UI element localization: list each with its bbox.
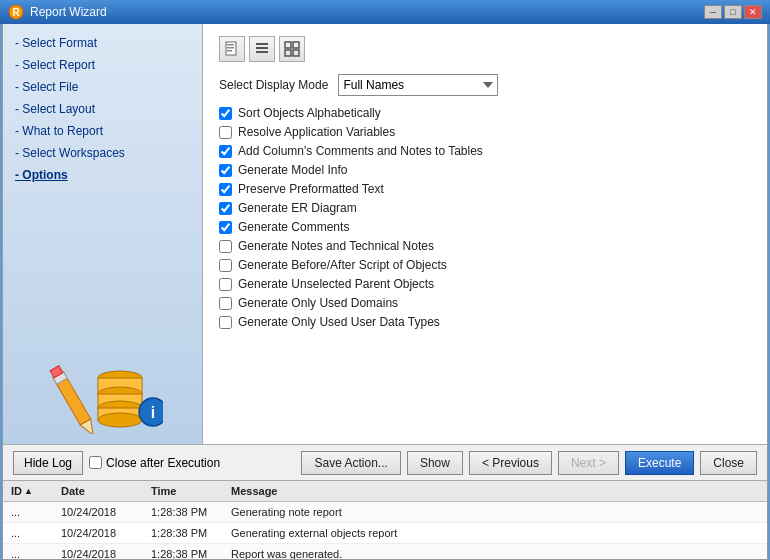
checkbox-label-add-columns-comments: Add Column's Comments and Notes to Table… — [238, 144, 483, 158]
sidebar-item-select-format[interactable]: - Select Format — [11, 34, 194, 52]
svg-rect-18 — [227, 50, 232, 52]
checkbox-row-generate-comments: Generate Comments — [219, 220, 751, 234]
svg-text:R: R — [12, 7, 20, 18]
log-cell-date: 10/24/2018 — [57, 525, 147, 541]
toolbar-btn-1[interactable] — [219, 36, 245, 62]
log-cell-date: 10/24/2018 — [57, 546, 147, 560]
log-cell-date: 10/24/2018 — [57, 504, 147, 520]
checkbox-row-sort-objects: Sort Objects Alphabetically — [219, 106, 751, 120]
svg-rect-25 — [293, 50, 299, 56]
content-area: Select Display Mode Full Names Short Nam… — [203, 24, 767, 444]
svg-rect-17 — [227, 47, 234, 49]
log-header: ID ▲ Date Time Message — [3, 481, 767, 502]
sidebar-image: i — [3, 324, 202, 444]
display-mode-row: Select Display Mode Full Names Short Nam… — [219, 74, 751, 96]
checkbox-label-generate-notes: Generate Notes and Technical Notes — [238, 239, 434, 253]
log-row: ...10/24/20181:28:38 PMGenerating extern… — [3, 523, 767, 544]
toolbar-btn-3[interactable] — [279, 36, 305, 62]
checkbox-label-generate-comments: Generate Comments — [238, 220, 349, 234]
checkbox-generate-only-used-domains[interactable] — [219, 297, 232, 310]
sort-arrow-id: ▲ — [24, 486, 33, 496]
next-button[interactable]: Next > — [558, 451, 619, 475]
checkbox-label-sort-objects: Sort Objects Alphabetically — [238, 106, 381, 120]
execute-button[interactable]: Execute — [625, 451, 694, 475]
svg-rect-19 — [256, 43, 268, 45]
log-area: ID ▲ Date Time Message ...10/24/20181:28… — [2, 480, 768, 560]
checkbox-label-generate-er-diagram: Generate ER Diagram — [238, 201, 357, 215]
log-row: ...10/24/20181:28:38 PMReport was genera… — [3, 544, 767, 560]
checkbox-sort-objects[interactable] — [219, 107, 232, 120]
svg-rect-20 — [256, 47, 268, 49]
checkbox-add-columns-comments[interactable] — [219, 145, 232, 158]
log-cell-message: Report was generated. — [227, 546, 763, 560]
window-controls: ─ □ ✕ — [704, 5, 762, 19]
checkbox-preserve-preformatted[interactable] — [219, 183, 232, 196]
sidebar-item-what-to-report[interactable]: - What to Report — [11, 122, 194, 140]
sidebar-item-select-workspaces[interactable]: - Select Workspaces — [11, 144, 194, 162]
log-cell-message: Generating note report — [227, 504, 763, 520]
maximize-button[interactable]: □ — [724, 5, 742, 19]
close-after-label: Close after Execution — [106, 456, 220, 470]
sidebar-item-select-layout[interactable]: - Select Layout — [11, 100, 194, 118]
save-action-button[interactable]: Save Action... — [301, 451, 400, 475]
log-row: ...10/24/20181:28:38 PMGenerating note r… — [3, 502, 767, 523]
sidebar-item-options[interactable]: - Options — [11, 166, 194, 184]
checkbox-generate-comments[interactable] — [219, 221, 232, 234]
log-cell-time: 1:28:38 PM — [147, 546, 227, 560]
log-header-id: ID ▲ — [7, 483, 57, 499]
list-icon — [254, 41, 270, 57]
close-after-checkbox[interactable] — [89, 456, 102, 469]
toolbar — [219, 36, 751, 62]
checkbox-row-generate-er-diagram: Generate ER Diagram — [219, 201, 751, 215]
previous-button[interactable]: < Previous — [469, 451, 552, 475]
checkbox-generate-only-used-udts[interactable] — [219, 316, 232, 329]
window-title: Report Wizard — [30, 5, 107, 19]
log-header-date: Date — [57, 483, 147, 499]
log-cell-id: ... — [7, 546, 57, 560]
close-after-row: Close after Execution — [89, 456, 220, 470]
wizard-svg: i — [43, 334, 163, 434]
checkbox-generate-model-info[interactable] — [219, 164, 232, 177]
checkbox-generate-unselected-parent[interactable] — [219, 278, 232, 291]
checkbox-generate-before-after[interactable] — [219, 259, 232, 272]
app-icon: R — [8, 4, 24, 20]
svg-rect-23 — [293, 42, 299, 48]
log-header-time: Time — [147, 483, 227, 499]
log-cell-time: 1:28:38 PM — [147, 525, 227, 541]
checkbox-label-resolve-app-vars: Resolve Application Variables — [238, 125, 395, 139]
checkbox-row-generate-only-used-domains: Generate Only Used Domains — [219, 296, 751, 310]
svg-rect-21 — [256, 51, 268, 53]
checkbox-label-generate-only-used-domains: Generate Only Used Domains — [238, 296, 398, 310]
checkbox-row-generate-only-used-udts: Generate Only Used User Data Types — [219, 315, 751, 329]
toolbar-btn-2[interactable] — [249, 36, 275, 62]
minimize-button[interactable]: ─ — [704, 5, 722, 19]
log-cell-time: 1:28:38 PM — [147, 504, 227, 520]
close-button[interactable]: Close — [700, 451, 757, 475]
checkbox-label-generate-before-after: Generate Before/After Script of Objects — [238, 258, 447, 272]
log-cell-message: Generating external objects report — [227, 525, 763, 541]
checkbox-row-resolve-app-vars: Resolve Application Variables — [219, 125, 751, 139]
svg-point-12 — [98, 413, 142, 427]
title-bar: R Report Wizard ─ □ ✕ — [0, 0, 770, 24]
checkbox-resolve-app-vars[interactable] — [219, 126, 232, 139]
show-button[interactable]: Show — [407, 451, 463, 475]
svg-rect-24 — [285, 50, 291, 56]
svg-text:i: i — [150, 404, 154, 421]
sidebar-item-select-file[interactable]: - Select File — [11, 78, 194, 96]
checkbox-row-generate-unselected-parent: Generate Unselected Parent Objects — [219, 277, 751, 291]
checkbox-row-generate-model-info: Generate Model Info — [219, 163, 751, 177]
log-cell-id: ... — [7, 525, 57, 541]
sidebar-item-select-report[interactable]: - Select Report — [11, 56, 194, 74]
bottom-toolbar: Hide Log Close after Execution Save Acti… — [2, 444, 768, 480]
display-mode-select[interactable]: Full Names Short Names Abbreviations — [338, 74, 498, 96]
checkbox-generate-notes[interactable] — [219, 240, 232, 253]
window-close-button[interactable]: ✕ — [744, 5, 762, 19]
checkbox-label-generate-model-info: Generate Model Info — [238, 163, 347, 177]
checkbox-row-add-columns-comments: Add Column's Comments and Notes to Table… — [219, 144, 751, 158]
hide-log-button[interactable]: Hide Log — [13, 451, 83, 475]
display-mode-label: Select Display Mode — [219, 78, 328, 92]
checkbox-row-preserve-preformatted: Preserve Preformatted Text — [219, 182, 751, 196]
checkbox-generate-er-diagram[interactable] — [219, 202, 232, 215]
grid-icon — [284, 41, 300, 57]
checkbox-label-preserve-preformatted: Preserve Preformatted Text — [238, 182, 384, 196]
